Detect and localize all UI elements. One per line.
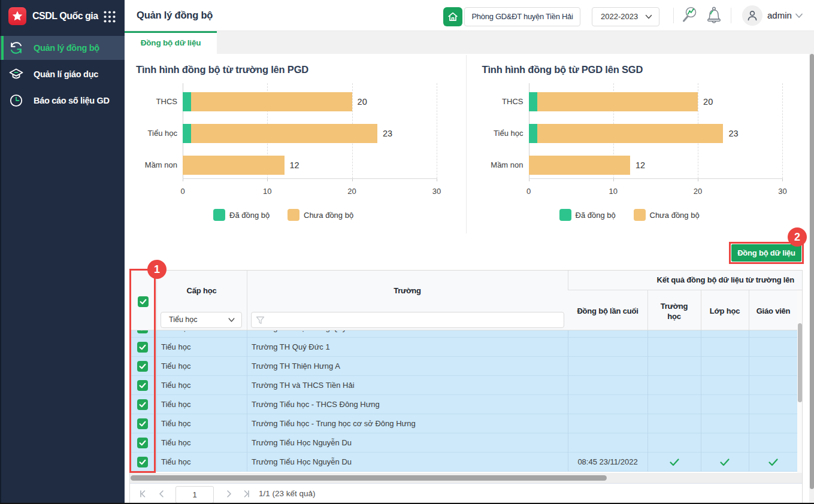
cell-level: Tiểu học: [161, 357, 190, 376]
legend-label: Chưa đồng bộ: [650, 209, 700, 221]
bar-value-label: 20: [703, 92, 713, 111]
sync-ok-check-icon: [669, 457, 680, 470]
header-border: [647, 290, 648, 330]
table-row[interactable]: Tiểu họcTrường TH Thiện Hưng A: [130, 357, 797, 376]
app-title: CSDL Quốc gia: [32, 8, 102, 24]
year-value: 2022-2023: [601, 8, 638, 26]
grid-header: Kết quả đồng bộ dữ liệu từ trường lên Cấ…: [130, 271, 802, 330]
cell-school: Trường TH Thiện Hưng A: [252, 357, 340, 376]
table-row[interactable]: Tiểu họcTrường TH Quý Đức 1: [130, 338, 797, 357]
cell-level: Tiểu học: [161, 395, 190, 414]
chevron-down-icon: [228, 317, 235, 323]
annotation-step-1: 1: [147, 260, 167, 279]
app-window: CSDL Quốc gia Quản lý đồng bộQuản lí giá…: [0, 0, 814, 504]
school-filter-input[interactable]: [251, 312, 564, 328]
tab-dong-bo-du-lieu[interactable]: Đồng bộ dữ liệu: [125, 31, 217, 54]
clock-icon: [8, 93, 24, 108]
x-tick-label: 20: [694, 187, 702, 196]
pager: 1 1/1 (23 kết quả): [130, 483, 802, 503]
column-header-level[interactable]: Cấp học: [156, 286, 247, 295]
sync-data-button[interactable]: Đồng bộ dữ liệu: [731, 244, 801, 262]
star-icon: [11, 10, 23, 22]
table-row[interactable]: Tiểu họcTrường Tiểu học Đông Quý: [130, 330, 797, 338]
person-icon: [746, 10, 758, 22]
group-header-label: Kết quả đồng bộ dữ liệu từ trường lên: [657, 271, 794, 290]
prev-page-icon[interactable]: [157, 489, 167, 499]
x-tick-label: 10: [609, 187, 618, 196]
sidebar-item-sync[interactable]: Quản lý đồng bộ: [0, 35, 125, 61]
user-name[interactable]: admin: [767, 0, 792, 31]
grid-body: Tiểu họcTrường Tiểu học Đông QuýTiểu học…: [130, 330, 802, 473]
grid-horizontal-scrollbar[interactable]: [130, 473, 802, 483]
home-icon: [447, 11, 458, 22]
sidebar-item-edu[interactable]: Quản lí giáo dục: [0, 61, 125, 87]
header-border: [156, 271, 157, 330]
statistics-search-icon[interactable]: [679, 4, 703, 28]
header-border: [247, 271, 247, 330]
check-icon: [768, 457, 779, 467]
app-logo[interactable]: [8, 7, 26, 25]
cell-school: Trường Tiểu Học Nguyễn Du: [252, 433, 352, 453]
tab-label: Đồng bộ dữ liệu: [125, 33, 217, 53]
sync-ok-check-icon: [719, 457, 730, 470]
chevron-down-icon[interactable]: [795, 12, 803, 19]
avatar[interactable]: [742, 5, 762, 26]
cell-last-sync: 08:45 23/11/2022: [568, 453, 647, 472]
window-scrollbar-thumb[interactable]: [810, 54, 814, 489]
sidebar-item-label: Báo cáo số liệu GD: [34, 87, 110, 114]
topbar: Quản lý đồng bộ Phòng GD&ĐT huyện Tiền H…: [125, 0, 814, 31]
grid-vertical-scrollbar[interactable]: [797, 290, 802, 473]
home-button[interactable]: [443, 7, 462, 26]
level-filter-value: Tiểu học: [169, 312, 197, 327]
last-page-icon[interactable]: [241, 489, 251, 499]
column-header-teacher[interactable]: Giáo viên: [749, 306, 798, 315]
table-row[interactable]: Tiểu họcTrường Tiểu Học Nguyễn Du: [130, 433, 797, 453]
grid-hscroll-thumb[interactable]: [131, 475, 607, 481]
first-page-icon[interactable]: [138, 489, 148, 499]
sync-ok-check-icon: [768, 457, 779, 470]
next-page-icon[interactable]: [224, 489, 234, 499]
category-label: THCS: [463, 97, 523, 106]
current-page[interactable]: 1: [175, 486, 214, 503]
sidebar: CSDL Quốc gia Quản lý đồng bộQuản lí giá…: [0, 0, 125, 503]
year-selector[interactable]: 2022-2023: [592, 7, 659, 26]
cell-level: Tiểu học: [161, 376, 190, 395]
cell-school: Trường TH và THCS Tiền Hải: [252, 376, 355, 395]
pager-info: 1/1 (23 kết quả): [259, 484, 316, 504]
table-row[interactable]: Tiểu họcTrường TH và THCS Tiền Hải: [130, 376, 797, 395]
check-icon: [719, 457, 730, 467]
annotation-box-1: [129, 269, 156, 473]
table-row[interactable]: Tiểu họcTrường Tiểu Học Nguyễn Du08:45 2…: [130, 453, 797, 472]
notifications-bell-icon[interactable]: [703, 5, 725, 26]
apps-grid-icon[interactable]: [103, 10, 116, 23]
chart-title: Tình hình đồng bộ từ PGD lên SGD: [482, 64, 643, 75]
check-icon: [669, 457, 680, 467]
level-filter-dropdown[interactable]: Tiểu học: [161, 312, 242, 328]
topbar-divider: [731, 8, 731, 23]
bar-segment-unsynced: [537, 124, 724, 143]
funnel-filter-icon: [256, 316, 265, 325]
sync-icon: [8, 40, 24, 56]
cell-level: Tiểu học: [161, 330, 190, 338]
unit-selector[interactable]: Phòng GD&ĐT huyện Tiền Hải: [464, 7, 580, 26]
cell-school: Trường TH Quý Đức 1: [252, 338, 330, 357]
bar-value-label: 23: [728, 124, 738, 143]
x-tick-label: 30: [778, 187, 786, 196]
grid-vscroll-thumb[interactable]: [798, 323, 802, 402]
bar-segment-unsynced: [529, 156, 631, 175]
bar-segment-synced: [529, 124, 537, 143]
chevron-down-icon: [645, 14, 652, 20]
topbar-divider: [673, 8, 674, 23]
table-row[interactable]: Tiểu họcTrường Tiểu học - THCS Đông Hưng: [130, 395, 797, 414]
legend-swatch: [634, 209, 646, 221]
sidebar-item-report[interactable]: Báo cáo số liệu GD: [0, 87, 125, 114]
charts-section: Tình hình đồng bộ từ trường lên PGD01020…: [125, 54, 814, 241]
column-header-school[interactable]: Trường: [247, 286, 568, 295]
column-header-school-unit[interactable]: Trường học: [655, 301, 694, 321]
header-border: [749, 290, 749, 330]
column-header-class-unit[interactable]: Lớp học: [701, 306, 749, 315]
table-row[interactable]: Tiểu họcTrường Tiểu học - Trung học cơ s…: [130, 414, 797, 433]
category-label: Tiểu học: [463, 129, 523, 138]
x-tick-label: 0: [526, 187, 531, 196]
column-header-last-sync[interactable]: Đồng bộ lần cuối: [568, 306, 647, 315]
